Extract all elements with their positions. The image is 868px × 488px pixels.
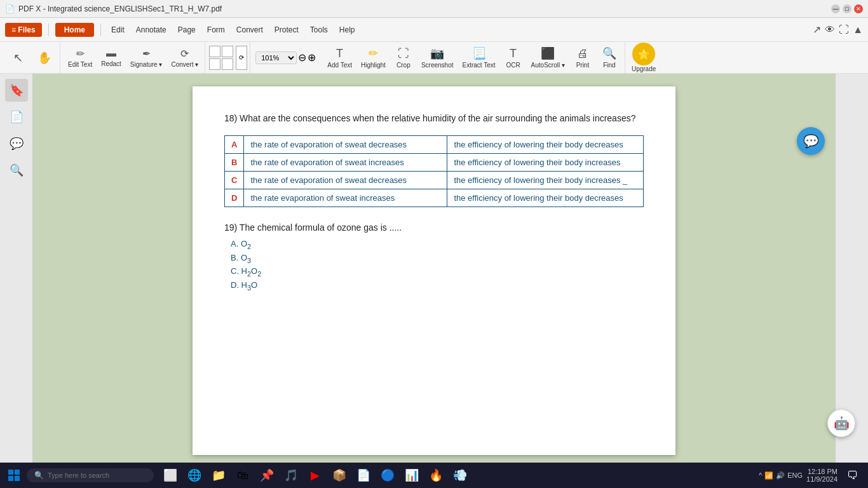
taskbar: 🔍 ⬜ 🌐 📁 🛍 📌 🎵 ▶ 📦 📄 🔵 📊 🔥 💨 ^ 📶 🔊 ENG 12… (0, 463, 868, 488)
cell-b-right: the efficiency of lowering their body in… (447, 154, 644, 172)
signature-label: Signature ▾ (130, 61, 163, 68)
add-text-button[interactable]: T Add Text (323, 46, 356, 70)
autoscroll-button[interactable]: ⬛ AutoScroll ▾ (527, 45, 569, 70)
signature-button[interactable]: ✒ Signature ▾ (126, 46, 166, 69)
taskbar-search[interactable]: 🔍 (27, 468, 154, 482)
row-label-b: B (225, 154, 244, 172)
left-panel: 🔖 📄 💬 🔍 (0, 74, 33, 465)
volume-icon[interactable]: 🔊 (776, 471, 785, 480)
table-row: D the rate evaporation of sweat increase… (225, 189, 644, 207)
hand-tool-button[interactable]: ✋ (32, 50, 57, 66)
autoscroll-label: AutoScroll ▾ (531, 62, 565, 69)
toolbar1: ≡ Files Home Edit Annotate Page Form Con… (0, 18, 868, 42)
crop-button[interactable]: ⛶ Crop (391, 46, 416, 70)
search-icon: 🔍 (34, 471, 44, 480)
page-menu[interactable]: Page (174, 23, 200, 37)
share-icon: ↗ (813, 24, 821, 36)
redact-button[interactable]: ▬ Redact (97, 46, 125, 69)
app7-button[interactable]: 📦 (328, 464, 351, 487)
taskbar-search-input[interactable] (48, 471, 143, 479)
page-layout-tools: ⟳ (207, 42, 250, 73)
option-b: B. O3 (231, 253, 644, 264)
extract-text-button[interactable]: 📃 Extract Text (459, 45, 499, 70)
network-icon: 📶 (764, 471, 773, 480)
print-button[interactable]: 🖨 Print (570, 46, 595, 70)
zoom-select[interactable]: 101% (255, 51, 297, 64)
zoom-in-icon[interactable]: ⊕ (308, 51, 316, 64)
pinterest-button[interactable]: 📌 (255, 464, 278, 487)
table-row: A the rate of evaporation of sweat decre… (225, 136, 644, 154)
upgrade-button[interactable]: ⭐ Upgrade (627, 43, 661, 72)
store-button[interactable]: 🛍 (231, 464, 254, 487)
cursor-tools: ↖ ✋ (3, 42, 60, 73)
protect-menu[interactable]: Protect (271, 23, 302, 37)
media-button[interactable]: 🎵 (280, 464, 302, 487)
select-tool-button[interactable]: ↖ (5, 50, 31, 66)
option-a: A. O2 (231, 239, 644, 250)
cont-page-button[interactable] (222, 58, 233, 70)
crop-label: Crop (397, 62, 410, 69)
print-label: Print (576, 62, 590, 69)
extra-tools: T Add Text ✏ Highlight ⛶ Crop 📷 Screensh… (321, 42, 625, 73)
pdf-area: 💬 🤖 18) What are the consequences when t… (33, 74, 835, 465)
pdf-app-button[interactable]: 📄 (352, 464, 375, 487)
edit-text-button[interactable]: ✏ Edit Text (64, 46, 96, 69)
rotate-button[interactable]: ⟳ (236, 46, 247, 70)
edit-tools: ✏ Edit Text ▬ Redact ✒ Signature ▾ ⟳ Con… (62, 42, 205, 73)
highlight-button[interactable]: ✏ Highlight (357, 45, 390, 70)
home-button[interactable]: Home (55, 23, 94, 37)
row-label-d: D (225, 189, 244, 207)
upgrade-label: Upgrade (632, 65, 656, 72)
ocr-label: OCR (506, 62, 520, 69)
search-panel-icon[interactable]: 🔍 (5, 159, 28, 182)
maximize-button[interactable]: □ (843, 4, 851, 13)
annotate-menu[interactable]: Annotate (132, 23, 170, 37)
notification-button[interactable]: 🗨 (841, 464, 864, 487)
help-menu[interactable]: Help (336, 23, 359, 37)
minimize-button[interactable]: — (831, 4, 840, 13)
extract-text-icon: 📃 (472, 46, 486, 60)
comments-panel-icon[interactable]: 💬 (5, 132, 28, 155)
zoom-out-icon[interactable]: ⊖ (298, 51, 306, 64)
tools-menu[interactable]: Tools (306, 23, 332, 37)
single-page-button[interactable] (209, 46, 220, 57)
youtube-button[interactable]: ▶ (304, 464, 327, 487)
app11-button[interactable]: 🔥 (424, 464, 447, 487)
ocr-button[interactable]: T OCR (501, 46, 526, 70)
files-button[interactable]: ≡ Files (5, 23, 42, 37)
redact-icon: ▬ (106, 48, 116, 59)
scroll-page-button[interactable] (209, 58, 220, 70)
edit-menu[interactable]: Edit (107, 23, 128, 37)
chat-button[interactable]: 💬 (797, 127, 825, 155)
task-view-button[interactable]: ⬜ (159, 464, 182, 487)
signature-icon: ✒ (142, 48, 151, 60)
taskbar-time: 12:18 PM 11/9/2024 (806, 468, 837, 483)
app9-button[interactable]: 🔵 (376, 464, 399, 487)
start-button[interactable] (4, 465, 24, 485)
lang-indicator: ENG (787, 471, 803, 479)
close-button[interactable]: ✕ (854, 4, 863, 13)
extract-text-label: Extract Text (463, 62, 496, 69)
cell-b-left: the rate of evaporation of sweat increas… (244, 154, 447, 172)
assistant-button[interactable]: 🤖 (827, 409, 835, 437)
print-icon: 🖨 (577, 47, 588, 60)
app10-button[interactable]: 📊 (400, 464, 423, 487)
titlebar-controls[interactable]: — □ ✕ (831, 4, 863, 13)
form-menu[interactable]: Form (203, 23, 229, 37)
tray-expand-icon[interactable]: ^ (759, 471, 762, 479)
pages-panel-icon[interactable]: 📄 (5, 105, 28, 128)
convert-button[interactable]: ⟳ Convert ▾ (167, 46, 202, 69)
double-page-button[interactable] (222, 46, 233, 57)
find-button[interactable]: 🔍 Find (597, 45, 622, 70)
convert-menu[interactable]: Convert (233, 23, 267, 37)
separator (100, 24, 101, 36)
file-explorer-button[interactable]: 📁 (207, 464, 230, 487)
screenshot-button[interactable]: 📷 Screenshot (417, 45, 458, 70)
upgrade-icon: ⭐ (632, 43, 655, 65)
cell-a-right: the efficiency of lowering their body de… (447, 136, 644, 154)
app12-button[interactable]: 💨 (449, 464, 471, 487)
cursor-icon: ↖ (13, 51, 23, 65)
browser-button[interactable]: 🌐 (183, 464, 206, 487)
cell-a-left: the rate of evaporation of sweat decreas… (244, 136, 447, 154)
bookmark-panel-icon[interactable]: 🔖 (5, 79, 28, 102)
